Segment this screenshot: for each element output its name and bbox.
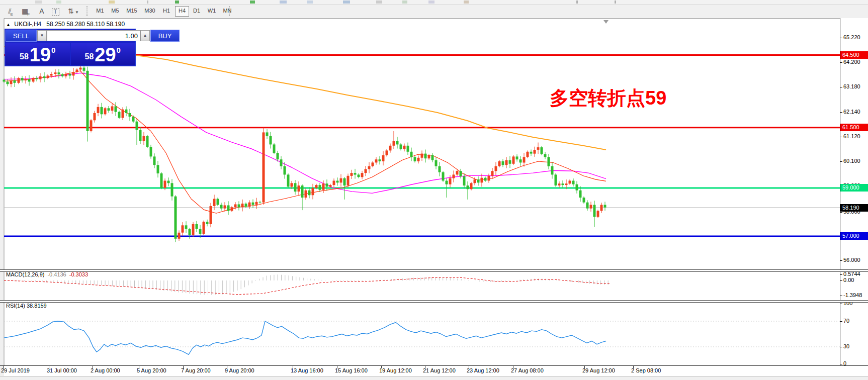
price-axis-tick (840, 260, 842, 261)
macd-signal-value: -0.3033 (69, 271, 88, 277)
toolbar-separator (86, 6, 89, 16)
rsi-indicator-label: RSI(14) 38.8159 (6, 303, 47, 309)
timeframe-button-M30[interactable]: M30 (142, 6, 158, 16)
objects-draw-tool-icon[interactable]: ⫽E (4, 6, 17, 17)
price-axis-tick (840, 212, 842, 213)
price-axis-label: 62.140 (843, 109, 860, 115)
symbol-triangle-icon: ▲ (6, 22, 11, 27)
clipped-icon-fragment (307, 1, 313, 4)
one-click-trading-panel: SELL ▼ ▲ BUY 58 19 0 58 29 0 (5, 29, 136, 66)
price-axis-tick (840, 304, 842, 304)
timeframe-button-W1[interactable]: W1 (205, 6, 218, 16)
rsi-pane-splitter[interactable] (0, 300, 868, 303)
timeframe-button-H4[interactable]: H4 (175, 6, 189, 17)
price-axis-tick (840, 87, 842, 87)
text-label-tool-icon[interactable]: A (36, 6, 47, 17)
text-box-tool-icon[interactable]: T (49, 6, 61, 17)
time-axis-label: 31 Jul 00:00 (47, 367, 77, 373)
price-axis-tick (840, 321, 842, 322)
symbol-name: UKOil-,H4 (14, 21, 41, 28)
price-axis-label: 60.100 (843, 158, 860, 164)
price-axis-tick (840, 274, 842, 275)
clipped-icon-fragment (576, 1, 578, 4)
rsi-value: 38.8159 (27, 303, 47, 309)
time-axis-label: 2 Sep 08:00 (631, 367, 661, 373)
price-level-badge: 57.000 (840, 232, 868, 240)
trading-terminal-window: { "toolbar": { "tools": [ {"name": "obje… (0, 0, 868, 380)
status-strip (0, 376, 868, 380)
chart-plot-area[interactable] (0, 18, 868, 366)
macd-main-value: -0.4136 (47, 271, 66, 277)
timeframe-button-H1[interactable]: H1 (160, 6, 173, 16)
price-level-badge: 58.190 (840, 204, 868, 212)
price-axis-label: 56.000 (843, 257, 860, 263)
macd-pane-splitter[interactable] (0, 269, 868, 272)
price-axis-tick (840, 347, 842, 347)
ask-major: 58 (85, 52, 94, 61)
sell-button[interactable]: SELL (6, 30, 37, 42)
timeframe-button-M1[interactable]: M1 (94, 6, 107, 16)
buy-button[interactable]: BUY (150, 30, 180, 42)
timeframe-button-MN[interactable]: MN (220, 6, 234, 16)
time-axis-label: 9 Aug 20:00 (225, 367, 254, 373)
volume-decrease-button[interactable]: ▼ (37, 30, 47, 41)
price-axis-tick (840, 364, 842, 364)
clipped-icon-fragment (464, 1, 469, 4)
timeframe-button-M15[interactable]: M15 (124, 6, 140, 16)
clipped-icon-fragment (35, 1, 42, 4)
clipped-icon-fragment (250, 1, 255, 4)
price-level-badge: 61.500 (840, 124, 868, 131)
time-axis-label: 23 Aug 12:00 (467, 367, 499, 373)
ask-points: 29 (95, 46, 116, 63)
price-axis-tick (840, 280, 842, 281)
arrows-tool-icon[interactable]: ⇅▼ (64, 6, 82, 17)
time-axis-label: 21 Aug 12:00 (423, 367, 456, 373)
timeframe-button-D1[interactable]: D1 (190, 6, 203, 16)
price-axis-tick (840, 296, 842, 296)
macd-indicator-label: MACD(12,26,9)-0.4136-0.3033 (6, 271, 88, 277)
price-axis[interactable] (840, 18, 868, 366)
chart-toolbar: ⫽E▦FAT⇅▼M1M5M15M30H1H4D1W1MN (0, 5, 868, 19)
clipped-icon-fragment (402, 1, 407, 4)
clipped-icon-fragment (175, 1, 179, 4)
chart-text-annotation: 多空转折点59 (550, 85, 666, 111)
time-axis-label: 5 Aug 20:00 (137, 367, 166, 373)
timeframe-button-M5[interactable]: M5 (109, 6, 122, 16)
time-axis-label: 29 Jul 2019 (1, 367, 30, 373)
clipped-toolbar-strip (0, 0, 868, 5)
bid-major: 58 (20, 52, 29, 61)
volume-input[interactable] (47, 30, 140, 41)
clipped-icon-fragment (280, 1, 287, 4)
time-axis-label: 7 Aug 20:00 (181, 367, 211, 373)
chart-symbol-title: ▲ UKOil-,H4 58.250 58.280 58.110 58.190 (6, 21, 125, 28)
grid-tool-icon[interactable]: ▦F (19, 6, 32, 17)
chart-shift-marker-icon[interactable] (603, 20, 609, 24)
time-axis-label: 29 Aug 12:00 (582, 367, 615, 373)
volume-increase-button[interactable]: ▲ (140, 30, 150, 41)
time-axis-label: 15 Aug 16:00 (335, 367, 368, 373)
price-axis-label: 0.00 (843, 277, 854, 283)
time-axis-label: 27 Aug 08:00 (511, 367, 544, 373)
buy-price-button[interactable]: 58 29 0 (71, 43, 135, 65)
price-level-badge: 64.500 (840, 51, 868, 59)
ask-pip: 0 (117, 46, 121, 54)
clipped-icon-fragment (376, 1, 382, 4)
price-axis-tick (840, 62, 842, 63)
price-level-badge: 59.000 (840, 184, 868, 192)
price-axis-label: 30 (843, 343, 849, 349)
ohlc-readout: 58.250 58.280 58.110 58.190 (46, 21, 125, 28)
price-axis-tick (840, 38, 842, 38)
price-axis-label: 63.180 (843, 83, 860, 89)
time-axis-label: 19 Aug 12:00 (379, 367, 412, 373)
bid-pip: 0 (51, 46, 55, 54)
price-axis-label: -1.3948 (843, 292, 862, 298)
macd-title: MACD(12,26,9) (6, 271, 44, 277)
time-axis-border (0, 365, 868, 366)
bid-points: 19 (30, 46, 51, 63)
price-axis-label: 65.220 (843, 34, 860, 40)
sell-price-button[interactable]: 58 19 0 (6, 43, 70, 65)
time-axis-label: 2 Aug 00:00 (91, 367, 120, 373)
clipped-icon-fragment (428, 1, 435, 4)
price-axis-label: 70 (843, 318, 849, 324)
rsi-title: RSI(14) (6, 303, 25, 309)
